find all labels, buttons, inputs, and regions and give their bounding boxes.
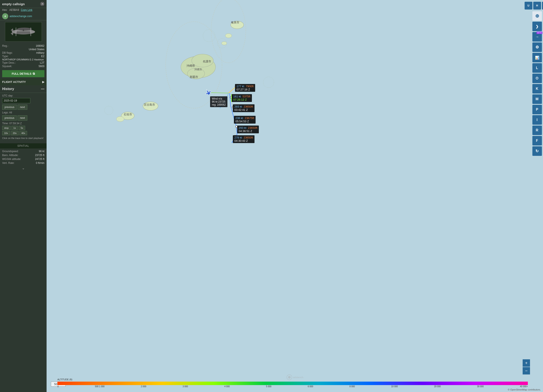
- f-button[interactable]: F: [532, 136, 542, 146]
- speed-20x-button[interactable]: 20x: [11, 131, 19, 135]
- r-button[interactable]: R: [532, 126, 542, 135]
- beta-badge: BETA: [537, 32, 542, 34]
- baro-alt-value: 23725 ft: [35, 154, 44, 157]
- svg-point-33: [236, 126, 238, 128]
- flight-activity-label: FLIGHT ACTIVITY: [2, 80, 26, 84]
- zoom-buttons: + −: [523, 359, 530, 375]
- svg-text:石垣市: 石垣市: [124, 113, 132, 116]
- chart-button[interactable]: 📊: [532, 53, 542, 62]
- wgs84-value: 24725 ft: [35, 157, 44, 161]
- history-collapse-icon[interactable]: —: [41, 87, 44, 91]
- date-nav-buttons: previous next: [2, 105, 44, 110]
- h-button[interactable]: H: [533, 2, 541, 10]
- db-flags-row: DB flags: military: [2, 51, 44, 55]
- vert-rate-row: Vert. Rate: 0 ft/min: [2, 161, 44, 165]
- svg-text:宮古島市: 宮古島市: [144, 103, 155, 106]
- svg-point-32: [234, 117, 237, 119]
- wgs84-label: WGS84 altitude:: [2, 157, 21, 161]
- flight-activity-toggle[interactable]: FLIGHT ACTIVITY ▶: [0, 78, 47, 85]
- map-svg: 奄美市 名護市 沖縄県 沖縄市 那覇市 宮古島市 石垣市: [47, 0, 543, 392]
- o-button[interactable]: O: [532, 74, 542, 83]
- p-button[interactable]: P: [532, 105, 542, 114]
- history-content: UTC day: 2025-02-19 previous next Legs: …: [0, 93, 47, 142]
- spatial-header: SPATIAL: [0, 143, 47, 148]
- squawk-value: 5603: [39, 65, 44, 68]
- country-value: United States: [29, 48, 44, 51]
- svg-text:奄美市: 奄美市: [231, 21, 239, 24]
- db-flags-value: military: [36, 51, 44, 54]
- alt-tick: 8 000: [349, 385, 355, 388]
- groundspeed-label: Groundspeed:: [2, 150, 19, 153]
- legs-nav-buttons: previous next: [2, 115, 44, 121]
- country-row: United States: [2, 48, 44, 51]
- aircraft-silhouette: [5, 22, 42, 41]
- map-attribution: © OpenStreetMap contributors.: [508, 388, 541, 391]
- arrow-right-button[interactable]: ❯: [532, 22, 542, 31]
- svg-point-30: [230, 96, 232, 99]
- map[interactable]: 奄美市 名護市 沖縄県 沖縄市 那覇市 宮古島市 石垣市 Wind n/a 96…: [47, 0, 543, 392]
- db-flags-label: DB flags:: [2, 51, 13, 54]
- alt-tick: 20 000: [434, 385, 441, 388]
- speed-1x-button[interactable]: 1x: [11, 126, 18, 130]
- alt-tick: 3 000: [183, 385, 188, 388]
- adsb-url[interactable]: adsbexchange.com: [10, 15, 32, 18]
- zoom-in-button[interactable]: +: [523, 359, 530, 367]
- baro-alt-row: Baro. Altitude: 23725 ft: [2, 153, 44, 157]
- svg-point-31: [232, 106, 234, 108]
- date-input[interactable]: 2025-02-19: [2, 98, 30, 103]
- next-day-button[interactable]: next: [17, 105, 27, 110]
- utc-day-label: UTC day:: [2, 94, 44, 97]
- layers-button[interactable]: ⊕: [532, 11, 542, 21]
- l-button[interactable]: L: [532, 63, 542, 73]
- t-button[interactable]: T: [542, 2, 543, 10]
- time-label: Time: 07:59:34 Z: [2, 122, 44, 125]
- legs-label: Legs: All: [2, 111, 44, 114]
- altitude-bar-label: ALTITUDE (ft): [57, 378, 72, 381]
- svg-marker-2: [16, 31, 31, 34]
- type-desc-row: Type Desc.: L2T: [2, 61, 44, 65]
- refresh-button[interactable]: ↻: [532, 146, 542, 156]
- alt-tick: 40 000+: [520, 385, 528, 388]
- hex-row: Hex: AE5BA9 Copy Link: [0, 8, 47, 12]
- alt-tick: 6 000: [308, 385, 313, 388]
- speed-5x-button[interactable]: 5x: [19, 126, 25, 130]
- playback-speed-buttons-2: 10x 20x 40x: [2, 131, 44, 135]
- alt-tick: 4 000: [224, 385, 230, 388]
- svg-point-46: [288, 376, 291, 379]
- playback-hint: Click on the trace line to start playbac…: [2, 137, 44, 140]
- settings-button[interactable]: ⚙: [532, 42, 542, 52]
- previous-day-button[interactable]: previous: [2, 105, 17, 110]
- zoom-out-button[interactable]: −: [523, 367, 530, 375]
- type-name-row: NORTHROP GRUMMAN E-2 Hawkeye: [2, 58, 44, 61]
- m-button[interactable]: M: [532, 94, 542, 104]
- sidebar-header: empty callsign ✕: [0, 0, 47, 8]
- speed-40x-button[interactable]: 40x: [19, 131, 27, 135]
- full-details-label: FULL DETAILS: [12, 72, 31, 75]
- svg-point-14: [221, 42, 227, 45]
- aircraft-image: [5, 22, 42, 42]
- svg-text:沖縄県: 沖縄県: [187, 64, 195, 67]
- close-button[interactable]: ✕: [40, 2, 44, 6]
- playback-speed-buttons: stop 1x 5x: [2, 126, 44, 130]
- beta-container: → BETA: [532, 32, 542, 42]
- u-button[interactable]: U: [525, 2, 532, 10]
- type-desc-label: Type Desc.:: [2, 61, 16, 64]
- external-link-icon: ⧉: [33, 72, 35, 76]
- flight-activity-chevron-icon: ▶: [42, 80, 44, 84]
- altitude-ticks: 0 500 1 000 2 000 3 000 4 000 5 000 6 00…: [57, 385, 528, 388]
- k-button[interactable]: K: [532, 84, 542, 94]
- next-leg-button[interactable]: next: [17, 115, 27, 121]
- speed-10x-button[interactable]: 10x: [2, 131, 10, 135]
- previous-leg-button[interactable]: previous: [2, 115, 17, 121]
- alt-tick: 2 000: [141, 385, 146, 388]
- vert-rate-label: Vert. Rate:: [2, 162, 15, 164]
- svg-rect-6: [23, 29, 24, 31]
- full-details-button[interactable]: FULL DETAILS ⧉: [2, 70, 44, 77]
- stop-button[interactable]: stop: [2, 126, 11, 130]
- altitude-gradient: [57, 382, 528, 385]
- alt-tick: 10 000: [391, 385, 398, 388]
- type-desc-value: L2T: [40, 61, 44, 64]
- copy-link-button[interactable]: Copy Link: [21, 8, 32, 11]
- history-label: History: [2, 87, 14, 91]
- i-button[interactable]: I: [532, 115, 542, 125]
